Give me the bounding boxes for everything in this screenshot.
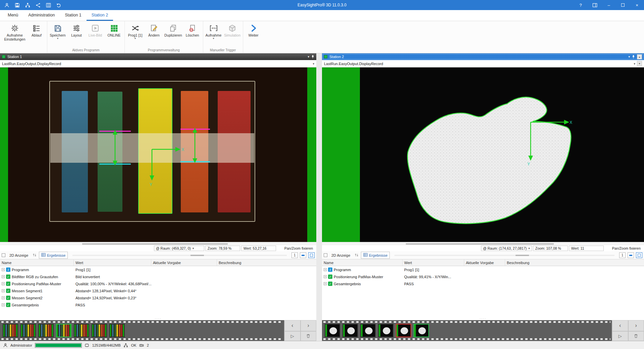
play-records-button[interactable] xyxy=(612,331,628,341)
single-view-button[interactable] xyxy=(636,252,642,258)
chevron-down-icon[interactable]: ▾ xyxy=(628,55,630,58)
chevron-down-icon[interactable]: ▾ xyxy=(308,55,309,58)
sort-icon[interactable] xyxy=(32,253,37,258)
loeschen-button[interactable]: Löschen xyxy=(183,22,202,38)
column-header-beschreibung[interactable]: Beschreibung xyxy=(505,259,644,266)
column-header-vorgabe[interactable]: Aktuelle Vorgabe xyxy=(151,259,217,266)
filmstrip-thumbnail[interactable] xyxy=(378,324,393,337)
station-1-header[interactable]: Station 1 ▾ xyxy=(0,53,316,60)
undo-icon[interactable] xyxy=(56,2,61,8)
scrollbar-thumb[interactable] xyxy=(191,255,204,256)
maximize-button[interactable] xyxy=(616,0,630,10)
scroll-up-icon[interactable]: ▴ xyxy=(637,54,642,59)
raum-selector[interactable]: @ Raum: (174,63, 27,0817) xyxy=(481,246,532,251)
row-expander[interactable] xyxy=(324,268,327,271)
row-expander[interactable] xyxy=(2,296,5,299)
weiter-button[interactable]: Weiter xyxy=(244,22,263,38)
table-row[interactable]: Messen Segment2 Abstand= 124,92Pixel, Wi… xyxy=(0,294,316,301)
row-expander[interactable] xyxy=(2,275,5,278)
sitemap-icon[interactable] xyxy=(25,2,30,8)
raum-selector[interactable]: @ Raum: (459,327, 0) xyxy=(154,246,204,251)
scroll-down-icon[interactable]: ▾ xyxy=(637,61,642,66)
aendern-button[interactable]: Ändern xyxy=(145,22,163,38)
table-row[interactable]: Positionierung PatMax-Muster Qualität: 9… xyxy=(322,273,644,280)
record-selector[interactable]: LastRun.EasyOutput.DisplayRecord ▾ xyxy=(322,60,644,67)
tab-2d-anzeige[interactable]: 2D Anzeige xyxy=(7,253,30,258)
delete-records-button[interactable] xyxy=(301,331,317,341)
layout-button[interactable]: Layout xyxy=(67,22,86,38)
next-record-button[interactable] xyxy=(301,320,317,331)
next-record-button[interactable] xyxy=(628,320,644,331)
display-checkbox[interactable] xyxy=(2,253,5,257)
filmstrip-thumbnail[interactable] xyxy=(342,324,358,337)
table-row[interactable]: Positionierung PatMax-Muster Qualität: 1… xyxy=(0,280,316,287)
filmstrip-thumbnail[interactable] xyxy=(74,324,89,337)
online-button[interactable]: ONLINE xyxy=(105,22,123,38)
column-header-vorgabe[interactable]: Aktuelle Vorgabe xyxy=(464,259,505,266)
column-header-beschreibung[interactable]: Beschreibung xyxy=(217,259,316,266)
pin-icon[interactable] xyxy=(311,55,314,59)
menu-item-station-2[interactable]: Station 2 xyxy=(87,10,113,21)
user-icon[interactable] xyxy=(4,2,9,8)
row-expander[interactable] xyxy=(2,303,5,306)
simulation-button[interactable]: Simulation xyxy=(223,22,242,38)
save-icon[interactable] xyxy=(14,2,20,8)
filmstrip-thumbnail[interactable] xyxy=(109,324,125,337)
tab-2d-anzeige[interactable]: 2D Anzeige xyxy=(329,253,352,258)
station-1-image-display[interactable]: X Y xyxy=(0,67,316,242)
image-horizontal-scrollbar[interactable] xyxy=(0,242,316,245)
row-expander[interactable] xyxy=(324,282,327,285)
split-horizontal-button[interactable] xyxy=(300,252,306,258)
pan-zoom-fix-toggle[interactable]: Pan/Zoom fixieren xyxy=(610,246,643,251)
pin-icon[interactable] xyxy=(632,55,635,59)
tab-ergebnisse[interactable]: Ergebnisse xyxy=(39,252,68,259)
layout-panels-icon[interactable] xyxy=(588,0,602,10)
delete-records-button[interactable] xyxy=(628,331,644,341)
single-view-button[interactable] xyxy=(308,252,315,258)
tab-ergebnisse[interactable]: Ergebnisse xyxy=(361,252,390,259)
filmstrip-thumbnail[interactable] xyxy=(38,324,54,337)
previous-record-button[interactable] xyxy=(612,320,628,331)
column-header-name[interactable]: Name xyxy=(322,259,402,266)
row-expander[interactable] xyxy=(324,275,327,278)
report-columns-icon[interactable] xyxy=(46,2,51,8)
scrollbar-thumb[interactable] xyxy=(406,243,554,245)
pan-zoom-fix-toggle[interactable]: Pan/Zoom fixieren xyxy=(282,246,315,251)
filmstrip-thumbnail-selected[interactable] xyxy=(396,324,411,337)
share-icon[interactable] xyxy=(35,2,41,8)
close-button[interactable]: × xyxy=(630,0,644,10)
scrollbar-thumb[interactable] xyxy=(82,243,228,245)
program-select-button[interactable]: Prog1 [1] xyxy=(126,22,145,40)
tabrow-scrollbar[interactable] xyxy=(394,255,614,256)
image-horizontal-scrollbar[interactable] xyxy=(322,242,644,245)
table-row[interactable]: Programm Prog1 [1] xyxy=(0,266,316,273)
station-2-image-display[interactable]: X Y xyxy=(322,67,644,242)
minimize-button[interactable]: – xyxy=(602,0,616,10)
filmstrip-thumbnail-current[interactable] xyxy=(56,324,71,337)
filmstrip-thumbnail-current[interactable] xyxy=(414,324,429,337)
filmstrip-thumbnail[interactable] xyxy=(20,324,36,337)
panel-splitter[interactable] xyxy=(316,53,322,341)
live-bild-button[interactable]: Live-Bild xyxy=(86,22,105,38)
table-row[interactable]: Gesamtergebnis PASS xyxy=(322,280,644,287)
scrollbar-thumb[interactable] xyxy=(516,255,529,256)
aufnahme-einstellungen-button[interactable]: Aufnahme Einstellungen xyxy=(2,22,27,42)
table-row[interactable]: Programm Prog1 [1] xyxy=(322,266,644,273)
filmstrip-thumbnail[interactable] xyxy=(360,324,376,337)
column-header-name[interactable]: Name xyxy=(0,259,74,266)
view-count-button[interactable]: 1 xyxy=(619,252,626,258)
view-count-button[interactable]: 1 xyxy=(291,252,298,258)
aufnahme-trigger-button[interactable]: REC Aufnahme xyxy=(204,22,223,40)
table-row[interactable]: Messen Segment1 Abstand= 128,14Pixel, Wi… xyxy=(0,287,316,294)
sort-icon[interactable] xyxy=(354,253,359,258)
split-horizontal-button[interactable] xyxy=(628,252,634,258)
tabrow-scrollbar[interactable] xyxy=(72,255,287,256)
display-checkbox[interactable] xyxy=(324,253,327,257)
row-expander[interactable] xyxy=(2,268,5,271)
menu-item-administration[interactable]: Administration xyxy=(23,10,60,21)
row-expander[interactable] xyxy=(2,289,5,292)
row-expander[interactable] xyxy=(2,282,5,285)
filmstrip-thumbnail[interactable] xyxy=(3,324,18,337)
filmstrip-thumbnail[interactable] xyxy=(325,324,340,337)
ablauf-button[interactable]: Ablauf xyxy=(27,22,46,38)
